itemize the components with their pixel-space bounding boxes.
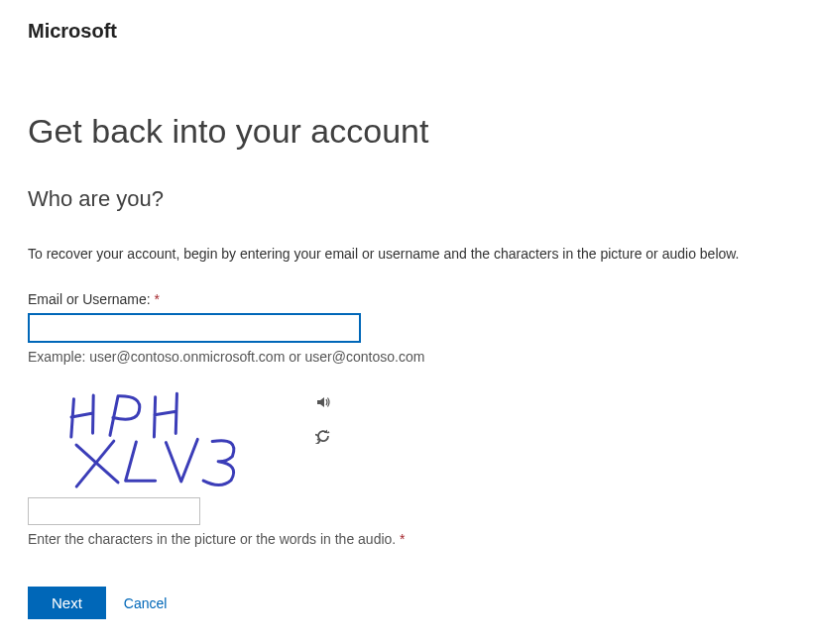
email-label-text: Email or Username: xyxy=(28,291,151,307)
captcha-row xyxy=(28,386,818,495)
email-hint: Example: user@contoso.onmicrosoft.com or… xyxy=(28,349,818,365)
email-label: Email or Username: * xyxy=(28,291,818,307)
refresh-icon[interactable] xyxy=(315,428,331,444)
subtitle: Who are you? xyxy=(28,186,818,212)
cancel-button[interactable]: Cancel xyxy=(124,595,168,611)
required-marker: * xyxy=(155,291,160,307)
captcha-hint: Enter the characters in the picture or t… xyxy=(28,531,818,547)
next-button[interactable]: Next xyxy=(28,587,106,619)
captcha-input[interactable] xyxy=(28,497,200,525)
captcha-hint-text: Enter the characters in the picture or t… xyxy=(28,531,396,547)
captcha-controls xyxy=(315,394,331,444)
captcha-image xyxy=(28,386,295,495)
email-input[interactable] xyxy=(28,313,361,343)
button-row: Next Cancel xyxy=(28,587,818,619)
brand-logo: Microsoft xyxy=(28,20,818,43)
speaker-icon[interactable] xyxy=(315,394,331,410)
instruction-text: To recover your account, begin by enteri… xyxy=(28,246,818,262)
page-title: Get back into your account xyxy=(28,112,818,151)
captcha-required-marker: * xyxy=(400,531,405,547)
